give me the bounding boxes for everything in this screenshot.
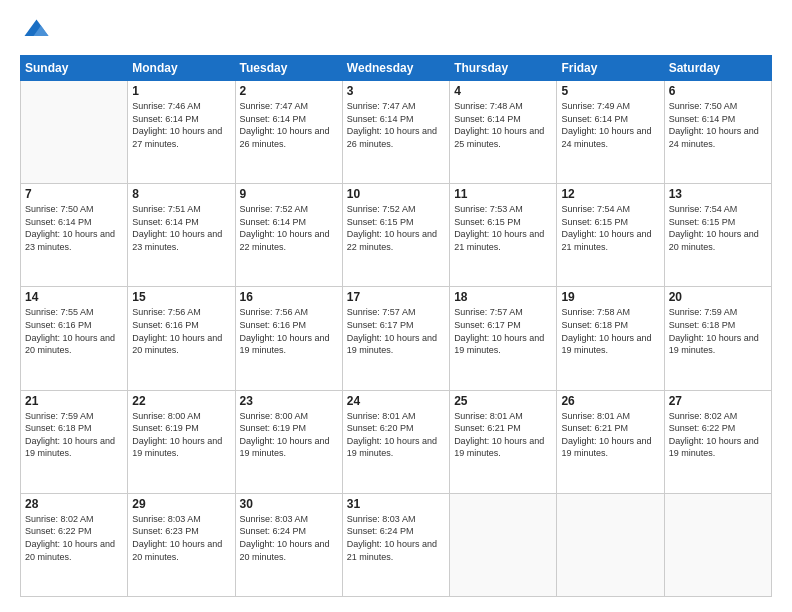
calendar-cell: 14Sunrise: 7:55 AM Sunset: 6:16 PM Dayli… <box>21 287 128 390</box>
cell-info: Sunrise: 8:03 AM Sunset: 6:24 PM Dayligh… <box>347 513 445 563</box>
day-number: 19 <box>561 290 659 304</box>
calendar-cell: 17Sunrise: 7:57 AM Sunset: 6:17 PM Dayli… <box>342 287 449 390</box>
cell-info: Sunrise: 7:50 AM Sunset: 6:14 PM Dayligh… <box>25 203 123 253</box>
cell-info: Sunrise: 7:48 AM Sunset: 6:14 PM Dayligh… <box>454 100 552 150</box>
calendar-cell: 9Sunrise: 7:52 AM Sunset: 6:14 PM Daylig… <box>235 184 342 287</box>
cell-info: Sunrise: 7:50 AM Sunset: 6:14 PM Dayligh… <box>669 100 767 150</box>
calendar-cell: 26Sunrise: 8:01 AM Sunset: 6:21 PM Dayli… <box>557 390 664 493</box>
calendar-cell <box>557 493 664 596</box>
calendar-week-row: 7Sunrise: 7:50 AM Sunset: 6:14 PM Daylig… <box>21 184 772 287</box>
calendar-cell <box>21 81 128 184</box>
cell-info: Sunrise: 7:51 AM Sunset: 6:14 PM Dayligh… <box>132 203 230 253</box>
cell-info: Sunrise: 7:57 AM Sunset: 6:17 PM Dayligh… <box>454 306 552 356</box>
calendar-cell: 2Sunrise: 7:47 AM Sunset: 6:14 PM Daylig… <box>235 81 342 184</box>
calendar-cell: 6Sunrise: 7:50 AM Sunset: 6:14 PM Daylig… <box>664 81 771 184</box>
cell-info: Sunrise: 7:56 AM Sunset: 6:16 PM Dayligh… <box>240 306 338 356</box>
logo-icon <box>20 15 50 45</box>
day-number: 7 <box>25 187 123 201</box>
day-number: 20 <box>669 290 767 304</box>
cell-info: Sunrise: 8:00 AM Sunset: 6:19 PM Dayligh… <box>240 410 338 460</box>
calendar-week-row: 21Sunrise: 7:59 AM Sunset: 6:18 PM Dayli… <box>21 390 772 493</box>
weekday-header: Sunday <box>21 56 128 81</box>
calendar-cell: 10Sunrise: 7:52 AM Sunset: 6:15 PM Dayli… <box>342 184 449 287</box>
day-number: 4 <box>454 84 552 98</box>
calendar-cell: 28Sunrise: 8:02 AM Sunset: 6:22 PM Dayli… <box>21 493 128 596</box>
cell-info: Sunrise: 7:52 AM Sunset: 6:14 PM Dayligh… <box>240 203 338 253</box>
calendar-week-row: 28Sunrise: 8:02 AM Sunset: 6:22 PM Dayli… <box>21 493 772 596</box>
day-number: 22 <box>132 394 230 408</box>
cell-info: Sunrise: 7:47 AM Sunset: 6:14 PM Dayligh… <box>240 100 338 150</box>
calendar-cell: 19Sunrise: 7:58 AM Sunset: 6:18 PM Dayli… <box>557 287 664 390</box>
day-number: 12 <box>561 187 659 201</box>
calendar-cell: 3Sunrise: 7:47 AM Sunset: 6:14 PM Daylig… <box>342 81 449 184</box>
calendar: SundayMondayTuesdayWednesdayThursdayFrid… <box>20 55 772 597</box>
day-number: 3 <box>347 84 445 98</box>
calendar-cell: 16Sunrise: 7:56 AM Sunset: 6:16 PM Dayli… <box>235 287 342 390</box>
cell-info: Sunrise: 7:47 AM Sunset: 6:14 PM Dayligh… <box>347 100 445 150</box>
logo <box>20 15 54 45</box>
cell-info: Sunrise: 8:01 AM Sunset: 6:21 PM Dayligh… <box>454 410 552 460</box>
calendar-cell: 21Sunrise: 7:59 AM Sunset: 6:18 PM Dayli… <box>21 390 128 493</box>
calendar-cell: 15Sunrise: 7:56 AM Sunset: 6:16 PM Dayli… <box>128 287 235 390</box>
calendar-cell <box>450 493 557 596</box>
day-number: 31 <box>347 497 445 511</box>
cell-info: Sunrise: 8:01 AM Sunset: 6:20 PM Dayligh… <box>347 410 445 460</box>
calendar-cell: 23Sunrise: 8:00 AM Sunset: 6:19 PM Dayli… <box>235 390 342 493</box>
cell-info: Sunrise: 7:58 AM Sunset: 6:18 PM Dayligh… <box>561 306 659 356</box>
day-number: 25 <box>454 394 552 408</box>
day-number: 1 <box>132 84 230 98</box>
day-number: 10 <box>347 187 445 201</box>
calendar-cell <box>664 493 771 596</box>
day-number: 18 <box>454 290 552 304</box>
day-number: 27 <box>669 394 767 408</box>
day-number: 5 <box>561 84 659 98</box>
page: SundayMondayTuesdayWednesdayThursdayFrid… <box>0 0 792 612</box>
calendar-cell: 12Sunrise: 7:54 AM Sunset: 6:15 PM Dayli… <box>557 184 664 287</box>
day-number: 17 <box>347 290 445 304</box>
calendar-cell: 13Sunrise: 7:54 AM Sunset: 6:15 PM Dayli… <box>664 184 771 287</box>
cell-info: Sunrise: 7:59 AM Sunset: 6:18 PM Dayligh… <box>669 306 767 356</box>
cell-info: Sunrise: 7:55 AM Sunset: 6:16 PM Dayligh… <box>25 306 123 356</box>
cell-info: Sunrise: 7:54 AM Sunset: 6:15 PM Dayligh… <box>669 203 767 253</box>
day-number: 23 <box>240 394 338 408</box>
day-number: 9 <box>240 187 338 201</box>
calendar-cell: 25Sunrise: 8:01 AM Sunset: 6:21 PM Dayli… <box>450 390 557 493</box>
cell-info: Sunrise: 7:46 AM Sunset: 6:14 PM Dayligh… <box>132 100 230 150</box>
weekday-header: Saturday <box>664 56 771 81</box>
calendar-cell: 1Sunrise: 7:46 AM Sunset: 6:14 PM Daylig… <box>128 81 235 184</box>
calendar-cell: 29Sunrise: 8:03 AM Sunset: 6:23 PM Dayli… <box>128 493 235 596</box>
weekday-header: Wednesday <box>342 56 449 81</box>
cell-info: Sunrise: 8:02 AM Sunset: 6:22 PM Dayligh… <box>669 410 767 460</box>
day-number: 11 <box>454 187 552 201</box>
cell-info: Sunrise: 7:59 AM Sunset: 6:18 PM Dayligh… <box>25 410 123 460</box>
cell-info: Sunrise: 8:00 AM Sunset: 6:19 PM Dayligh… <box>132 410 230 460</box>
calendar-cell: 7Sunrise: 7:50 AM Sunset: 6:14 PM Daylig… <box>21 184 128 287</box>
calendar-week-row: 14Sunrise: 7:55 AM Sunset: 6:16 PM Dayli… <box>21 287 772 390</box>
day-number: 8 <box>132 187 230 201</box>
calendar-cell: 18Sunrise: 7:57 AM Sunset: 6:17 PM Dayli… <box>450 287 557 390</box>
day-number: 28 <box>25 497 123 511</box>
calendar-cell: 8Sunrise: 7:51 AM Sunset: 6:14 PM Daylig… <box>128 184 235 287</box>
calendar-cell: 24Sunrise: 8:01 AM Sunset: 6:20 PM Dayli… <box>342 390 449 493</box>
cell-info: Sunrise: 7:56 AM Sunset: 6:16 PM Dayligh… <box>132 306 230 356</box>
calendar-week-row: 1Sunrise: 7:46 AM Sunset: 6:14 PM Daylig… <box>21 81 772 184</box>
weekday-header: Friday <box>557 56 664 81</box>
cell-info: Sunrise: 7:54 AM Sunset: 6:15 PM Dayligh… <box>561 203 659 253</box>
day-number: 2 <box>240 84 338 98</box>
day-number: 15 <box>132 290 230 304</box>
day-number: 13 <box>669 187 767 201</box>
day-number: 24 <box>347 394 445 408</box>
weekday-header-row: SundayMondayTuesdayWednesdayThursdayFrid… <box>21 56 772 81</box>
calendar-cell: 22Sunrise: 8:00 AM Sunset: 6:19 PM Dayli… <box>128 390 235 493</box>
cell-info: Sunrise: 8:03 AM Sunset: 6:23 PM Dayligh… <box>132 513 230 563</box>
weekday-header: Tuesday <box>235 56 342 81</box>
cell-info: Sunrise: 7:53 AM Sunset: 6:15 PM Dayligh… <box>454 203 552 253</box>
day-number: 6 <box>669 84 767 98</box>
day-number: 26 <box>561 394 659 408</box>
calendar-cell: 31Sunrise: 8:03 AM Sunset: 6:24 PM Dayli… <box>342 493 449 596</box>
weekday-header: Monday <box>128 56 235 81</box>
calendar-cell: 27Sunrise: 8:02 AM Sunset: 6:22 PM Dayli… <box>664 390 771 493</box>
day-number: 29 <box>132 497 230 511</box>
cell-info: Sunrise: 7:57 AM Sunset: 6:17 PM Dayligh… <box>347 306 445 356</box>
calendar-cell: 11Sunrise: 7:53 AM Sunset: 6:15 PM Dayli… <box>450 184 557 287</box>
